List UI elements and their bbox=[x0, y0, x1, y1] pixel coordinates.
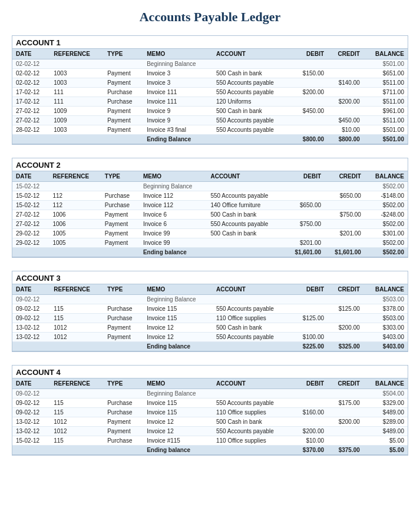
cell-reference: 1012 bbox=[50, 323, 104, 333]
cell-date: 13-02-12 bbox=[12, 427, 50, 436]
cell-debit bbox=[293, 59, 328, 69]
cell-type: Payment bbox=[101, 210, 140, 220]
ending-cell-0 bbox=[12, 248, 49, 257]
cell-debit: $100.00 bbox=[293, 333, 328, 342]
cell-credit: $10.00 bbox=[328, 125, 363, 135]
ending-cell-4 bbox=[213, 135, 293, 144]
cell-reference: 1005 bbox=[49, 229, 101, 238]
cell-reference: 111 bbox=[50, 88, 104, 97]
col-header-balance: BALANCE bbox=[363, 378, 408, 389]
ending-cell-6: $375.00 bbox=[328, 446, 363, 455]
cell-reference: 1009 bbox=[50, 107, 104, 116]
cell-account: 500 Cash in bank bbox=[213, 417, 293, 427]
cell-account: 550 Accounts payable bbox=[213, 116, 293, 125]
cell-memo: Beginning Balance bbox=[140, 182, 207, 191]
cell-account: 550 Accounts payable bbox=[213, 125, 293, 135]
cell-credit bbox=[328, 436, 363, 446]
ending-cell-0 bbox=[12, 446, 50, 455]
ending-balance-row: Ending balance$225.00$325.00$403.00 bbox=[12, 342, 408, 351]
cell-date: 28-02-12 bbox=[12, 125, 50, 135]
cell-date: 13-02-12 bbox=[12, 417, 50, 427]
cell-debit: $200.00 bbox=[293, 88, 328, 97]
cell-credit bbox=[328, 427, 363, 436]
cell-date: 27-02-12 bbox=[12, 116, 50, 125]
cell-type: Purchase bbox=[104, 408, 143, 417]
col-header-reference: REFERENCE bbox=[50, 284, 104, 295]
ending-cell-3: Ending balance bbox=[143, 342, 213, 351]
cell-reference: 115 bbox=[50, 436, 104, 446]
account-section-4: ACCOUNT 4DATEREFERENCETYPEMEMOACCOUNTDEB… bbox=[12, 365, 408, 456]
cell-credit: $450.00 bbox=[328, 116, 363, 125]
cell-credit bbox=[328, 295, 363, 304]
cell-memo: Invoice 9 bbox=[143, 116, 213, 125]
cell-account: 550 Accounts payable bbox=[213, 427, 293, 436]
ending-cell-5: $225.00 bbox=[293, 342, 328, 351]
ending-cell-5: $370.00 bbox=[293, 446, 328, 455]
table-row: 27-02-121009PaymentInvoice 9550 Accounts… bbox=[12, 116, 408, 125]
cell-type: Purchase bbox=[104, 97, 143, 107]
ending-cell-6: $1,601.00 bbox=[325, 248, 365, 257]
ending-cell-3: Ending balance bbox=[143, 446, 213, 455]
col-header-memo: MEMO bbox=[143, 378, 213, 389]
cell-date: 09-02-12 bbox=[12, 314, 50, 323]
cell-credit: $175.00 bbox=[328, 399, 363, 408]
cell-debit bbox=[285, 210, 325, 220]
ending-cell-4 bbox=[207, 248, 285, 257]
col-header-date: DATE bbox=[12, 171, 49, 182]
col-header-date: DATE bbox=[12, 284, 50, 295]
cell-balance: $501.00 bbox=[363, 125, 408, 135]
cell-balance: $651.00 bbox=[363, 69, 408, 78]
cell-reference: 1012 bbox=[50, 333, 104, 342]
col-header-credit: CREDIT bbox=[325, 171, 365, 182]
cell-account: 550 Accounts payable bbox=[213, 399, 293, 408]
cell-date: 02-02-12 bbox=[12, 78, 50, 88]
cell-credit bbox=[328, 107, 363, 116]
cell-memo: Invoice 12 bbox=[143, 333, 213, 342]
cell-date: 09-02-12 bbox=[12, 408, 50, 417]
cell-reference: 1003 bbox=[50, 78, 104, 88]
ending-cell-3: Ending Balance bbox=[143, 135, 213, 144]
cell-credit bbox=[328, 59, 363, 69]
cell-type: Purchase bbox=[101, 191, 140, 201]
col-header-reference: REFERENCE bbox=[50, 49, 104, 59]
cell-balance: $502.00 bbox=[365, 238, 408, 248]
cell-credit bbox=[325, 201, 365, 210]
cell-credit bbox=[328, 389, 363, 399]
col-header-debit: DEBIT bbox=[285, 171, 325, 182]
col-header-reference: REFERENCE bbox=[49, 171, 101, 182]
col-header-memo: MEMO bbox=[140, 171, 207, 182]
cell-type: Payment bbox=[104, 107, 143, 116]
ending-cell-1 bbox=[50, 446, 104, 455]
cell-balance: $503.00 bbox=[363, 295, 408, 304]
cell-debit: $201.00 bbox=[285, 238, 325, 248]
cell-type: Purchase bbox=[104, 304, 143, 314]
page-title: Accounts Payable Ledger bbox=[12, 9, 408, 25]
cell-reference bbox=[49, 182, 101, 191]
cell-debit bbox=[293, 323, 328, 333]
cell-reference bbox=[50, 59, 104, 69]
cell-reference: 115 bbox=[50, 304, 104, 314]
col-header-credit: CREDIT bbox=[328, 378, 363, 389]
ending-cell-1 bbox=[50, 135, 104, 144]
cell-credit: $200.00 bbox=[328, 417, 363, 427]
table-row: 09-02-12115PurchaseInvoice 115110 Office… bbox=[12, 408, 408, 417]
cell-type: Payment bbox=[104, 78, 143, 88]
cell-debit bbox=[285, 182, 325, 191]
table-row: 27-02-121009PaymentInvoice 9500 Cash in … bbox=[12, 107, 408, 116]
cell-debit bbox=[293, 295, 328, 304]
cell-balance: $502.00 bbox=[365, 182, 408, 191]
cell-credit: $750.00 bbox=[325, 210, 365, 220]
cell-memo: Beginning Balance bbox=[143, 389, 213, 399]
cell-account: 550 Accounts payable bbox=[213, 333, 293, 342]
cell-date: 15-02-12 bbox=[12, 191, 49, 201]
cell-account: 500 Cash in bank bbox=[207, 229, 285, 238]
cell-credit bbox=[325, 182, 365, 191]
col-header-debit: DEBIT bbox=[293, 378, 328, 389]
ending-cell-0 bbox=[12, 135, 50, 144]
cell-date: 29-02-12 bbox=[12, 238, 49, 248]
cell-account: 110 Office supplies bbox=[213, 314, 293, 323]
cell-type bbox=[104, 59, 143, 69]
ending-cell-7: $5.00 bbox=[363, 446, 408, 455]
table-row: 15-02-12115PurchaseInvoice #115110 Offic… bbox=[12, 436, 408, 446]
cell-date: 15-02-12 bbox=[12, 182, 49, 191]
